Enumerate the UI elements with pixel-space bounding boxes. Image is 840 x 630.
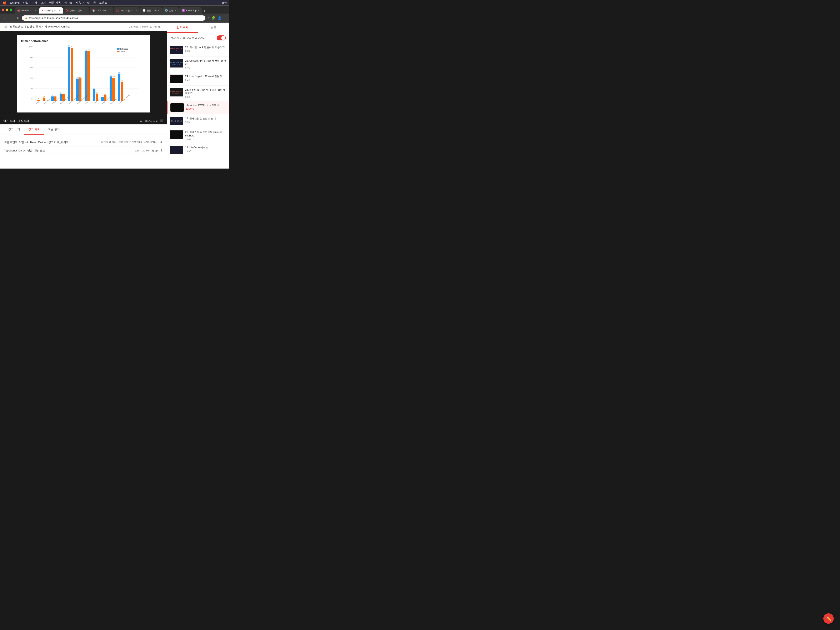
forward-button[interactable]: → (9, 16, 14, 21)
lesson-item-30[interactable]: 29. LifeCycle 메서드 19:30 (167, 143, 229, 157)
thumb-text-26: Immer를 사용한 더 쉬운 불변성 지키기 (170, 90, 183, 95)
lesson-thumb-24: Context API를 사용한 전역 값 관리 (170, 59, 183, 68)
video-controls: 이전 강의 다음 강의 ⊡ 해상도 조절 ⬛ (0, 117, 167, 125)
svg-text:No Freeze: No Freeze (119, 48, 128, 50)
sidebar-tab-notes[interactable]: 노트 (198, 23, 229, 33)
tab-fastcampus2-icon: 🚫 (66, 9, 69, 12)
lesson-list: Custom Hook 만들기 22. 커스텀 Hook 만들어서 사용하기 8… (167, 43, 229, 169)
tab-fastcampus2[interactable]: 🚫 [패스트캠프... ✕ (63, 7, 89, 14)
profile-icon[interactable]: 👤 (218, 16, 222, 20)
completed-icon-25: ● (170, 75, 172, 77)
tab-fastcampus1[interactable]: ● 패스트캠프... ✕ (39, 7, 63, 14)
theater-mode-icon[interactable]: ⬛ (160, 119, 163, 122)
menu-history[interactable]: 방문 기록 (49, 1, 61, 5)
home-icon[interactable]: 🏠 (4, 25, 8, 28)
lesson-item-26[interactable]: Immer를 사용한 더 쉬운 불변성 지키기 25. Immer 를 사용한 … (167, 85, 229, 101)
svg-text:freeze: freeze (36, 101, 39, 104)
svg-text:Freeze: Freeze (119, 51, 125, 53)
battery-icon: 28% (222, 1, 227, 4)
thumb-text-24: Context API를 사용한 전역 값 관리 (170, 61, 183, 66)
new-tab-button[interactable]: + (202, 9, 207, 14)
menu-tab[interactable]: 탭 (87, 1, 90, 5)
lesson-thumb-25: ● (170, 74, 183, 83)
star-icon[interactable]: ☆ (207, 16, 210, 20)
minimize-button[interactable] (6, 8, 8, 11)
tabs-section: 강의 소개 강의 자료 학습 통계 프론트엔드 개발 with React On… (0, 125, 167, 158)
tab-fastcampus3-close[interactable]: ✕ (136, 9, 137, 12)
download-button-1[interactable]: ⬇ (160, 140, 163, 144)
tab-content: 프론트엔드 개발 with React Online - 강의자료_가이드 올인… (0, 135, 167, 158)
lesson-item-27[interactable]: 26. 리듀서 Immer 로 구현하기 11:09 ⊙ (167, 101, 229, 114)
svg-text:375: 375 (85, 49, 87, 51)
controls-left: 이전 강의 다음 강의 (3, 119, 29, 123)
more-icon[interactable]: ⋮ (223, 16, 227, 20)
menu-view[interactable]: 보기 (40, 1, 46, 5)
auto-next-toggle[interactable] (217, 35, 226, 40)
close-button[interactable] (2, 8, 5, 11)
tab-settings[interactable]: ⚙️ 설정 ✕ (162, 7, 179, 14)
lesson-title-30: 29. LifeCycle 메서드 (185, 146, 226, 149)
prev-lesson-button[interactable]: 이전 강의 (3, 119, 15, 123)
tab-reactapp-close[interactable]: ✕ (197, 9, 199, 12)
tab-history-label: 방문 기록 (147, 9, 156, 12)
tab-history-close[interactable]: ✕ (158, 9, 159, 12)
url-bar[interactable]: 🔒 fastcampus.co.kr/courses/200543/clips/… (22, 16, 205, 21)
svg-text:379: 379 (85, 102, 88, 104)
svg-text:50: 50 (30, 67, 33, 69)
download-button-2[interactable]: ⬇ (160, 148, 163, 153)
extensions-icon[interactable]: 🧩 (212, 16, 216, 20)
tab-fastcampus2-close[interactable]: ✕ (85, 9, 87, 12)
tab-github-close[interactable]: ✕ (35, 9, 36, 12)
svg-text:138: 138 (121, 80, 123, 82)
menu-file[interactable]: 파일 (23, 1, 28, 5)
sidebar-tab-curriculum[interactable]: 강의목차 (167, 23, 198, 33)
svg-rect-33 (79, 78, 82, 101)
tab-history[interactable]: 🕐 방문 기록 ✕ (140, 7, 162, 14)
tab-intro[interactable]: 강의 소개 (4, 125, 24, 134)
svg-text:54: 54 (63, 92, 65, 94)
menu-bookmarks[interactable]: 북마크 (64, 1, 72, 5)
tab-history-icon: 🕐 (142, 9, 145, 12)
tab-settings-close[interactable]: ✕ (175, 9, 177, 12)
tab-github[interactable]: 🐙 GitHub - c... ✕ (15, 7, 39, 14)
lesson-item-29[interactable]: 28. 클래스형 컴포넌트의 state 와 setState 14:09 (167, 128, 229, 143)
lesson-item-25[interactable]: ● 24. UserDispatch Context 만들기 8:23 (167, 72, 229, 85)
lesson-item-24[interactable]: Context API를 사용한 전역 값 관리 23. Context API… (167, 57, 229, 72)
svg-rect-13 (35, 101, 37, 101)
lesson-title-29: 28. 클래스형 컴포넌트의 state 와 setState (185, 130, 226, 137)
menu-edit[interactable]: 수정 (32, 1, 37, 5)
tab-fastcampus3[interactable]: 🚫 [패스트캠피... ✕ (114, 7, 140, 14)
svg-text:379: 379 (87, 49, 90, 51)
lesson-item-23[interactable]: Custom Hook 만들기 22. 커스텀 Hook 만들어서 사용하기 8… (167, 43, 229, 57)
svg-rect-27 (68, 47, 70, 101)
tab-stats[interactable]: 학습 통계 (44, 125, 64, 134)
svg-text:44: 44 (104, 93, 106, 95)
menu-help[interactable]: 도움말 (99, 1, 107, 5)
resolution-label[interactable]: 해상도 조절 (145, 119, 158, 123)
svg-rect-51 (118, 74, 120, 101)
back-button[interactable]: ← (3, 16, 8, 21)
reload-button[interactable]: ↻ (16, 15, 20, 21)
resource-title-1: 프론트엔드 개발 with React Online - 강의자료_가이드 (4, 141, 69, 144)
lesson-duration-27: 11:09 ⊙ (186, 107, 226, 110)
lesson-item-28[interactable]: 클래스형 컴포넌트 27. 클래스형 컴포넌트 소개 5:28 (167, 114, 229, 128)
url-text: fastcampus.co.kr/courses/200543/clips/# (29, 16, 78, 20)
tab-reactapp[interactable]: ⚛️ React App ✕ (179, 7, 202, 14)
menu-window[interactable]: 창 (93, 1, 96, 5)
tab-context[interactable]: 📚 22. Conte... ✕ (90, 7, 113, 14)
tab-context-close[interactable]: ✕ (109, 9, 111, 12)
tab-materials[interactable]: 강의 자료 (24, 125, 44, 134)
svg-text:30: 30 (52, 95, 53, 96)
address-bar: ← → ↻ 🔒 fastcampus.co.kr/courses/200543/… (0, 14, 229, 23)
lesson-thumb-23: Custom Hook 만들기 (170, 46, 183, 54)
next-lesson-button[interactable]: 다음 강의 (17, 119, 29, 123)
breadcrumb-lesson: 26. 리듀서 Immer 로 구현하기 (129, 25, 163, 28)
tab-settings-label: 설정 (169, 9, 174, 12)
thumb-text-23: Custom Hook 만들기 (170, 47, 183, 52)
apple-icon[interactable]: 🍎 (3, 1, 7, 5)
menu-user[interactable]: 사용자 (76, 1, 84, 5)
svg-text:91: 91 (93, 88, 95, 89)
address-bar-right: ☆ 🧩 👤 ⋮ (207, 16, 227, 20)
tab-fastcampus1-close[interactable]: ✕ (59, 9, 60, 12)
maximize-button[interactable] (9, 8, 12, 11)
